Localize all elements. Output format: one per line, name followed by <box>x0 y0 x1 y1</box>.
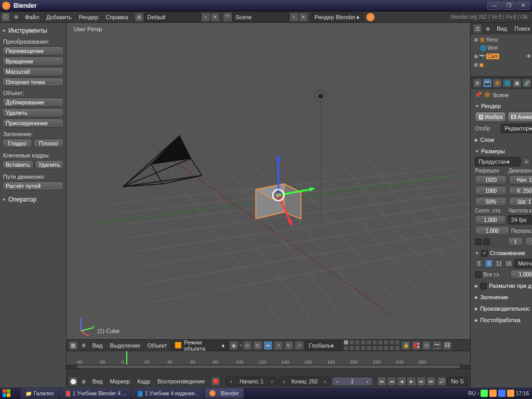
outliner-editor-icon[interactable]: ☰ <box>473 24 482 33</box>
layout-add-button[interactable]: + <box>201 12 210 22</box>
tray-icon-3[interactable] <box>498 390 506 397</box>
clock[interactable]: 17:16 <box>516 391 529 396</box>
pivot-median-icon[interactable]: ⊡ <box>253 341 262 350</box>
taskbar-item[interactable]: 📕1 Учебник Blender 4 ... <box>60 388 131 398</box>
scene-add-button[interactable]: + <box>289 12 299 22</box>
context-world-icon[interactable]: 🌐 <box>502 78 512 88</box>
vp-menu-object[interactable]: Объект <box>144 342 170 349</box>
vp-menu-select[interactable]: Выделение <box>107 342 143 349</box>
opengl-render-icon[interactable]: 📷 <box>432 341 442 350</box>
outliner-menu-search[interactable]: Поиск <box>511 25 532 32</box>
editor-type-icon[interactable]: ⓘ <box>1 12 10 22</box>
pivot-icon[interactable]: ⊙ <box>243 341 252 350</box>
outliner-menu-view[interactable]: Вид <box>494 25 510 32</box>
scene-browse-icon[interactable]: 🎬 <box>223 12 232 22</box>
remap-new-field[interactable]: 1 <box>525 237 532 246</box>
taskbar-item-active[interactable]: Blender <box>205 388 243 398</box>
start-frame-field[interactable]: ‹ Начало: 1 › <box>225 377 277 386</box>
rotate-button[interactable]: Вращение <box>2 57 64 66</box>
motion-blur-panel-header[interactable]: Размытие при д <box>475 281 532 290</box>
play-reverse-icon[interactable]: ◀ <box>397 377 406 386</box>
aa-panel-header[interactable]: Сглаживание <box>475 248 532 258</box>
timeline-scrollbar[interactable] <box>66 365 470 369</box>
translate-button[interactable]: Перемещение <box>2 46 64 56</box>
res-x-field[interactable]: 1920 <box>475 175 507 184</box>
taskbar-item[interactable]: 📘1 Учебник 4 издание... <box>132 388 204 398</box>
tree-item-render[interactable]: Renc <box>486 37 498 43</box>
vp-menu-view[interactable]: Вид <box>89 342 106 349</box>
manip-rotate-icon[interactable]: ↻ <box>284 341 294 350</box>
orientation-dropdown[interactable]: Глобаль ♦ <box>305 341 341 350</box>
menu-render[interactable]: Рендер <box>76 14 102 20</box>
lock-camera-icon[interactable]: 🔒 <box>401 341 410 350</box>
smooth-button[interactable]: Гладко <box>2 139 32 148</box>
snap-target-icon[interactable]: ⊡ <box>422 341 431 350</box>
opengl-anim-icon[interactable]: 🎞 <box>443 341 452 350</box>
props-editor-icon[interactable]: ⊞ <box>473 78 482 88</box>
duplicate-button[interactable]: Дублирование <box>2 98 64 107</box>
manip-translate-icon[interactable]: ↗ <box>274 341 283 350</box>
origin-button[interactable]: Опорная точка <box>2 77 64 87</box>
aa-8-button[interactable]: 8 <box>485 259 493 268</box>
menu-add[interactable]: Добавить <box>43 14 75 20</box>
snap-icon[interactable]: 🧲 <box>411 341 421 350</box>
timeline-cursor[interactable] <box>126 351 127 365</box>
scale-button[interactable]: Масштаб <box>2 67 64 76</box>
sync-dropdown[interactable]: No S <box>447 377 468 386</box>
frame-start-field[interactable]: Нач: 1 <box>509 175 532 184</box>
keyframe-next-icon[interactable]: ▸▸ <box>417 377 426 386</box>
tl-menu-playback[interactable]: Воспроизведение <box>154 378 208 384</box>
menu-file[interactable]: Файл <box>22 14 42 20</box>
crop-check[interactable] <box>483 238 490 245</box>
tree-item-camera[interactable]: Cam <box>486 54 499 59</box>
tray-icon-2[interactable] <box>489 390 497 397</box>
outliner-collapse-icon[interactable]: ⊕ <box>483 24 493 33</box>
aa-16-button[interactable]: 16 <box>504 259 513 268</box>
tray-icon-4[interactable] <box>507 390 514 397</box>
tl-menu-view[interactable]: Вид <box>89 378 106 384</box>
frame-end-field[interactable]: К: 250 <box>509 186 532 195</box>
remove-key-button[interactable]: Удалить <box>35 160 64 169</box>
flat-button[interactable]: Плоско <box>33 139 63 148</box>
keyframe-prev-icon[interactable]: ◂◂ <box>387 377 396 386</box>
scene-dropdown[interactable]: Scene <box>232 12 289 22</box>
aa-5-button[interactable]: 5 <box>475 259 483 268</box>
context-object-icon[interactable]: ▣ <box>512 78 522 88</box>
maximize-button[interactable]: ❐ <box>502 2 515 10</box>
res-pct-field[interactable]: 50% <box>475 197 507 206</box>
aspect-x-field[interactable]: 1.000 <box>475 215 506 224</box>
timeline-editor-icon[interactable]: 🕐 <box>69 377 78 386</box>
aa-enable-check[interactable] <box>481 250 488 257</box>
layout-delete-button[interactable]: ✕ <box>210 12 220 22</box>
post-panel-header[interactable]: Постобработка <box>475 315 532 325</box>
calc-paths-button[interactable]: Расчёт путей <box>2 181 64 191</box>
manip-scale-icon[interactable]: ⤢ <box>295 341 304 350</box>
res-y-field[interactable]: 1080 <box>475 186 507 195</box>
timeline-track[interactable]: -40-200204060801001201401601802002202402… <box>66 351 470 365</box>
delete-button[interactable]: Удалить <box>2 108 64 117</box>
preset-add-button[interactable]: + <box>522 157 530 166</box>
aspect-y-field[interactable]: 1.000 <box>475 226 510 235</box>
tray-icon-1[interactable] <box>481 390 488 397</box>
viewport-editor-icon[interactable]: ▦ <box>69 341 78 350</box>
layers-panel-header[interactable]: Слои <box>475 135 532 144</box>
close-button[interactable]: ✕ <box>516 2 530 10</box>
current-frame-field[interactable]: ‹ 1 › <box>331 377 373 386</box>
operator-panel-header[interactable]: Оператор <box>2 195 64 204</box>
tl-collapse-icon[interactable]: ⊕ <box>79 377 88 386</box>
timeline-scroll-thumb[interactable] <box>77 365 460 368</box>
tl-menu-marker[interactable]: Маркер <box>107 378 134 384</box>
render-panel-header[interactable]: Рендер <box>475 101 532 111</box>
dimensions-panel-header[interactable]: Размеры <box>475 147 532 156</box>
mode-dropdown[interactable]: 🟧 Режим объекта ♦ <box>171 341 228 350</box>
frame-step-field[interactable]: Ша: 1 <box>509 197 532 206</box>
autokey-icon[interactable]: 🔴 <box>211 377 220 386</box>
tl-menu-frame[interactable]: Кадр <box>134 378 153 384</box>
minimize-button[interactable]: — <box>487 2 501 10</box>
tree-item-world[interactable]: Worl <box>487 45 498 51</box>
layer-buttons[interactable] <box>343 340 400 351</box>
shading-panel-header[interactable]: Затенение <box>475 292 532 302</box>
play-icon[interactable]: ▶ <box>407 377 416 386</box>
render-engine-dropdown[interactable]: Рендер Blender♦ <box>311 12 363 22</box>
eye-icon[interactable]: 👁 <box>526 54 531 59</box>
